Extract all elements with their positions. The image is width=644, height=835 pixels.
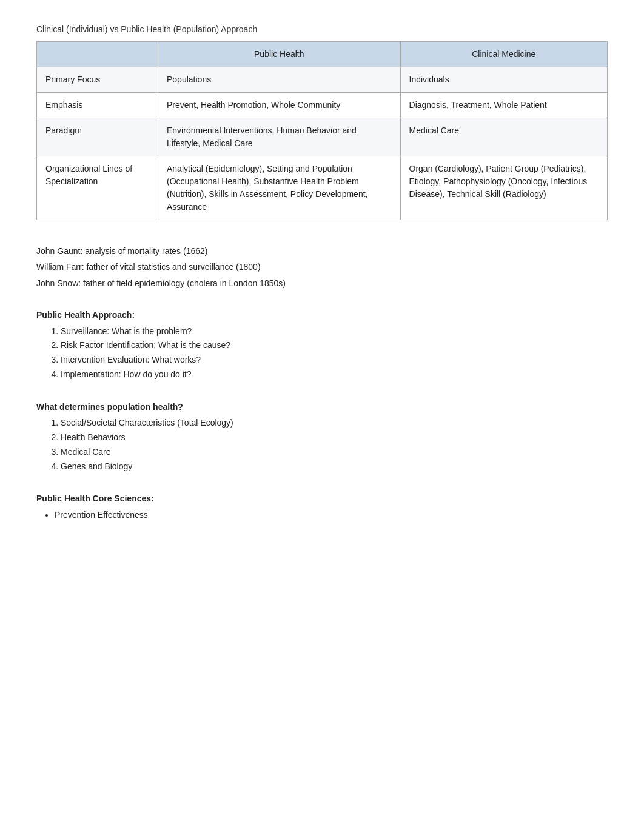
public-health-approach-heading: Public Health Approach: <box>36 308 608 321</box>
list-item: Surveillance: What is the problem? <box>61 324 608 339</box>
list-item: Medical Care <box>61 445 608 460</box>
row-label: Primary Focus <box>37 67 158 93</box>
row-clinical-medicine: Diagnosis, Treatment, Whole Patient <box>400 93 607 118</box>
row-clinical-medicine: Individuals <box>400 67 607 93</box>
core-sciences-section: Public Health Core Sciences: Prevention … <box>36 492 608 522</box>
row-public-health: Populations <box>158 67 401 93</box>
table-row: EmphasisPrevent, Health Promotion, Whole… <box>37 93 608 118</box>
table-row: Organizational Lines of SpecializationAn… <box>37 156 608 220</box>
header-empty <box>37 42 158 67</box>
population-health-list: Social/Societal Characteristics (Total E… <box>61 416 608 474</box>
row-label: Organizational Lines of Specialization <box>37 156 158 220</box>
population-health-heading: What determines population health? <box>36 400 608 414</box>
historical-notes-section: John Gaunt: analysis of mortality rates … <box>36 244 608 290</box>
header-clinical-medicine: Clinical Medicine <box>400 42 607 67</box>
header-public-health: Public Health <box>158 42 401 67</box>
historical-note: John Gaunt: analysis of mortality rates … <box>36 244 608 258</box>
list-item: Genes and Biology <box>61 460 608 474</box>
row-clinical-medicine: Organ (Cardiology), Patient Group (Pedia… <box>400 156 607 220</box>
core-sciences-heading: Public Health Core Sciences: <box>36 492 608 505</box>
list-item: Implementation: How do you do it? <box>61 367 608 382</box>
list-item: Prevention Effectiveness <box>55 508 608 523</box>
row-public-health: Prevent, Health Promotion, Whole Communi… <box>158 93 401 118</box>
row-label: Emphasis <box>37 93 158 118</box>
public-health-approach-section: Public Health Approach: Surveillance: Wh… <box>36 308 608 382</box>
table-row: ParadigmEnvironmental Interventions, Hum… <box>37 118 608 156</box>
list-item: Intervention Evaluation: What works? <box>61 353 608 367</box>
row-public-health: Environmental Interventions, Human Behav… <box>158 118 401 156</box>
list-item: Health Behaviors <box>61 431 608 445</box>
row-public-health: Analytical (Epidemiology), Setting and P… <box>158 156 401 220</box>
population-health-section: What determines population health? Socia… <box>36 400 608 474</box>
comparison-table: Public Health Clinical Medicine Primary … <box>36 41 608 220</box>
historical-note: William Farr: father of vital statistics… <box>36 260 608 273</box>
table-row: Primary FocusPopulationsIndividuals <box>37 67 608 93</box>
row-label: Paradigm <box>37 118 158 156</box>
public-health-approach-list: Surveillance: What is the problem?Risk F… <box>61 324 608 382</box>
list-item: Risk Factor Identification: What is the … <box>61 338 608 353</box>
row-clinical-medicine: Medical Care <box>400 118 607 156</box>
list-item: Social/Societal Characteristics (Total E… <box>61 416 608 431</box>
core-sciences-list: Prevention Effectiveness <box>55 508 608 523</box>
page-title: Clinical (Individual) vs Public Health (… <box>36 24 608 34</box>
historical-note: John Snow: father of field epidemiology … <box>36 277 608 290</box>
